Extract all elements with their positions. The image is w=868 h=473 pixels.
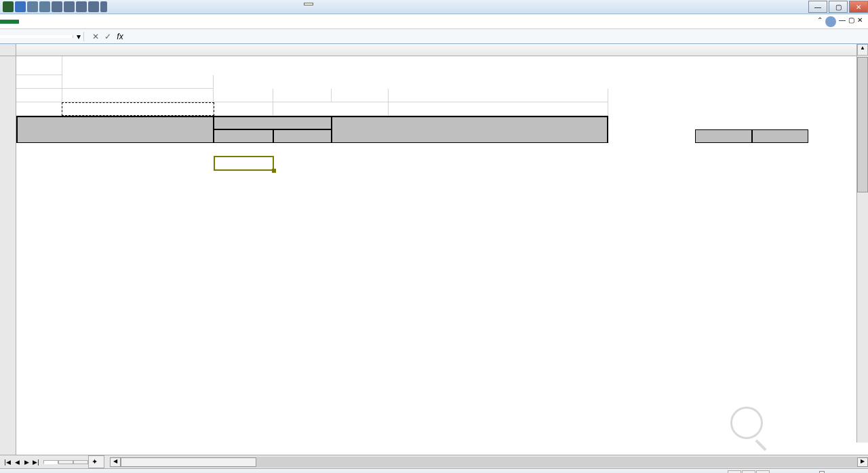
window-restore-icon[interactable]: ▢ (848, 16, 854, 27)
qat-icon[interactable] (88, 1, 99, 12)
enter-formula-icon[interactable]: ✓ (102, 32, 114, 41)
formula-input[interactable] (126, 35, 868, 38)
venue-value (62, 89, 214, 102)
tab-view[interactable] (136, 20, 155, 24)
normal-view-button[interactable] (728, 470, 741, 474)
yield-label (332, 89, 389, 102)
save-icon[interactable] (15, 1, 26, 12)
ribbon-tabs: ⌃ — ▢ ✕ (0, 14, 868, 29)
header-quantity (214, 129, 273, 143)
scale-label (16, 102, 62, 116)
qat-dropdown-icon[interactable] (100, 1, 107, 12)
tab-formulas[interactable] (79, 20, 98, 24)
header-ingredients (16, 116, 214, 129)
header-ingredients-text (16, 129, 214, 143)
new-sheet-button[interactable]: ✦ (88, 455, 104, 468)
sheet-tab-3[interactable] (73, 460, 88, 464)
header-unit (273, 129, 332, 143)
cancel-formula-icon[interactable]: ✕ (90, 32, 102, 41)
select-all-corner[interactable] (0, 44, 16, 56)
zoom-out-button[interactable]: − (778, 471, 782, 474)
fill-handle[interactable] (272, 169, 276, 173)
qat-icon[interactable] (52, 1, 62, 12)
magnifier-icon (730, 407, 763, 439)
tab-home[interactable] (22, 20, 41, 24)
scale-value[interactable] (62, 102, 214, 116)
hscroll-thumb[interactable] (121, 457, 256, 467)
header-procedure (332, 116, 608, 129)
ribbon-minimize-icon[interactable]: ⌃ (817, 16, 823, 27)
help-icon[interactable] (825, 16, 836, 27)
window-close-icon[interactable]: ✕ (857, 16, 863, 27)
excel-icon[interactable] (3, 1, 14, 12)
sheet-nav-next[interactable]: ▶ (22, 459, 31, 466)
scroll-left-button[interactable]: ◀ (110, 457, 121, 467)
editing-cell[interactable] (214, 156, 274, 171)
formula-bar: ▾ ✕ ✓ fx (0, 29, 868, 44)
qat-icon[interactable] (64, 1, 75, 12)
header-amounts (214, 116, 332, 129)
sheet-nav-last[interactable]: ▶| (31, 459, 41, 466)
header-cost (695, 129, 752, 143)
redo-icon[interactable] (39, 1, 50, 12)
file-tab[interactable] (0, 20, 19, 24)
header-procedure-text (332, 129, 608, 143)
window-title (110, 2, 807, 12)
window-controls: — ▢ ✕ (807, 1, 868, 13)
qat-icon[interactable] (76, 1, 87, 12)
venue-label (16, 89, 62, 102)
column-headers (0, 44, 868, 56)
tab-review[interactable] (117, 20, 136, 24)
header-extension (752, 129, 808, 143)
status-bar: − + (0, 468, 868, 473)
scroll-up-button[interactable]: ▲ (857, 44, 868, 56)
portion-label (273, 102, 389, 116)
recipe-value (62, 75, 214, 89)
tab-data[interactable] (98, 20, 117, 24)
tab-page-layout[interactable] (60, 20, 79, 24)
sheet-tab-2[interactable] (58, 460, 73, 464)
maximize-button[interactable]: ▢ (829, 1, 848, 13)
sheet-nav-prev[interactable]: ◀ (12, 459, 22, 466)
minimize-button[interactable]: — (808, 1, 827, 13)
row-headers (0, 56, 16, 455)
undo-icon[interactable] (27, 1, 38, 12)
scroll-thumb[interactable] (857, 57, 868, 192)
name-box[interactable] (0, 35, 73, 38)
recipe-label (16, 75, 62, 89)
sheet-nav-first[interactable]: |◀ (3, 459, 12, 466)
sheet-tab-1[interactable] (43, 460, 58, 464)
portion-value (389, 102, 608, 116)
yield-value (389, 89, 608, 102)
sheet-tabs-bar: |◀ ◀ ▶ ▶| ✦ ◀ ▶ (0, 455, 868, 468)
horizontal-scrollbar[interactable]: ◀ ▶ (110, 457, 868, 468)
cells-area[interactable] (16, 56, 868, 455)
tooltip (304, 3, 313, 5)
name-box-dropdown[interactable]: ▾ (73, 32, 84, 41)
page-break-view-button[interactable] (756, 470, 770, 474)
page-layout-view-button[interactable] (742, 470, 755, 474)
tab-insert[interactable] (41, 20, 60, 24)
window-minimize-icon[interactable]: — (839, 16, 846, 27)
scroll-right-button[interactable]: ▶ (857, 457, 868, 467)
vertical-scrollbar[interactable]: ▲ (856, 44, 868, 443)
resort-title (62, 56, 603, 75)
title-bar: — ▢ ✕ (0, 0, 868, 14)
fx-icon[interactable]: fx (114, 32, 126, 41)
zoom-in-button[interactable]: + (859, 471, 863, 474)
close-button[interactable]: ✕ (849, 1, 868, 13)
quick-access-toolbar (0, 1, 110, 12)
